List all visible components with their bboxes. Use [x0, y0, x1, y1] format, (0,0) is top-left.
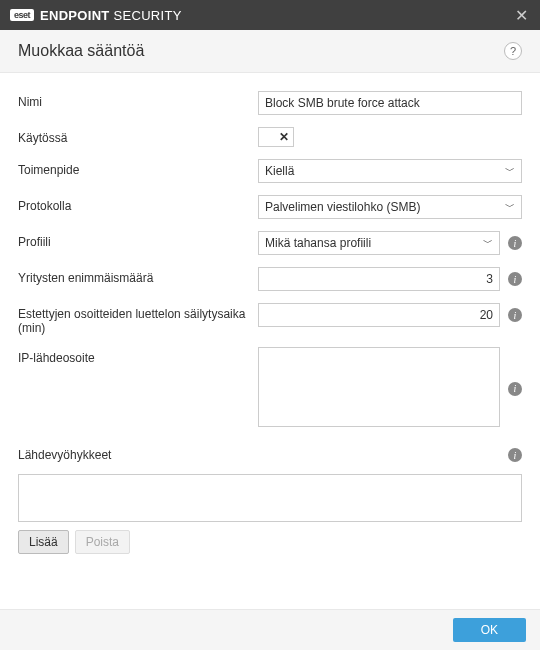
ip-source-input[interactable] — [258, 347, 500, 427]
close-icon[interactable]: ✕ — [511, 6, 532, 25]
titlebar: eset ENDPOINT SECURITY ✕ — [0, 0, 540, 30]
chevron-down-icon: ﹀ — [505, 164, 515, 178]
info-icon[interactable]: i — [508, 448, 522, 462]
dialog-title: Muokkaa sääntöä — [18, 42, 504, 60]
action-label: Toimenpide — [18, 159, 258, 177]
brand-text-light: SECURITY — [110, 8, 182, 23]
name-input[interactable] — [258, 91, 522, 115]
info-icon[interactable]: i — [508, 382, 522, 396]
profile-value: Mikä tahansa profiili — [265, 236, 483, 250]
name-label: Nimi — [18, 91, 258, 109]
max-attempts-input[interactable] — [258, 267, 500, 291]
info-icon[interactable]: i — [508, 272, 522, 286]
brand-logo: eset — [10, 9, 34, 21]
info-icon[interactable]: i — [508, 236, 522, 250]
action-select[interactable]: Kiellä ﹀ — [258, 159, 522, 183]
protocol-select[interactable]: Palvelimen viestilohko (SMB) ﹀ — [258, 195, 522, 219]
profile-label: Profiili — [18, 231, 258, 249]
enabled-toggle[interactable]: ✕ — [258, 127, 294, 147]
add-button[interactable]: Lisää — [18, 530, 69, 554]
chevron-down-icon: ﹀ — [505, 200, 515, 214]
toggle-off-icon: ✕ — [279, 130, 289, 144]
remove-button: Poista — [75, 530, 130, 554]
zones-listbox[interactable] — [18, 474, 522, 522]
zones-label: Lähdevyöhykkeet — [18, 448, 500, 462]
dialog-content: Nimi Käytössä ✕ Toimenpide Kiellä ﹀ Prot — [0, 73, 540, 572]
retain-label: Estettyjen osoitteiden luettelon säilyty… — [18, 303, 258, 335]
dialog-footer: OK — [0, 609, 540, 650]
protocol-value: Palvelimen viestilohko (SMB) — [265, 200, 505, 214]
dialog-header: Muokkaa sääntöä ? — [0, 30, 540, 73]
info-icon[interactable]: i — [508, 308, 522, 322]
profile-select[interactable]: Mikä tahansa profiili ﹀ — [258, 231, 500, 255]
ip-source-label: IP-lähdeosoite — [18, 347, 258, 365]
help-button[interactable]: ? — [504, 42, 522, 60]
brand-text: ENDPOINT SECURITY — [40, 8, 182, 23]
enabled-label: Käytössä — [18, 127, 258, 145]
action-value: Kiellä — [265, 164, 505, 178]
ok-button[interactable]: OK — [453, 618, 526, 642]
retain-input[interactable] — [258, 303, 500, 327]
chevron-down-icon: ﹀ — [483, 236, 493, 250]
max-attempts-label: Yritysten enimmäismäärä — [18, 267, 258, 285]
brand-text-bold: ENDPOINT — [40, 8, 110, 23]
protocol-label: Protokolla — [18, 195, 258, 213]
